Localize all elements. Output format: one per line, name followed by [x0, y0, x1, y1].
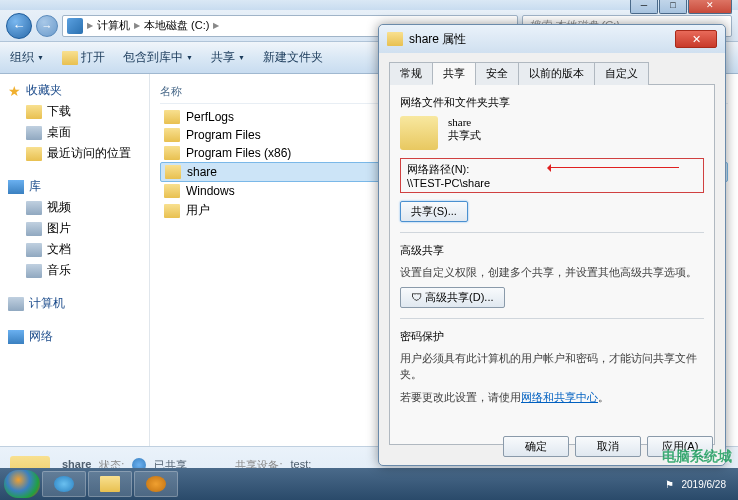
drive-icon	[67, 18, 83, 34]
taskbar-explorer[interactable]	[88, 471, 132, 497]
close-button[interactable]: ✕	[688, 0, 732, 14]
sidebar-network[interactable]: 网络	[0, 326, 149, 347]
sidebar-item-documents[interactable]: 文档	[0, 239, 149, 260]
cancel-button[interactable]: 取消	[575, 436, 641, 457]
chevron-right-icon: ▶	[213, 21, 219, 30]
password-text: 用户必须具有此计算机的用户帐户和密码，才能访问共享文件夹。	[400, 350, 704, 383]
tab-general[interactable]: 常规	[389, 62, 433, 85]
section-advanced-share: 高级共享	[400, 243, 704, 258]
sidebar-computer[interactable]: 计算机	[0, 293, 149, 314]
password-text2: 若要更改此设置，请使用网络和共享中心。	[400, 389, 704, 406]
picture-icon	[26, 222, 42, 236]
folder-icon	[164, 146, 180, 160]
sidebar-libraries[interactable]: 库	[0, 176, 149, 197]
ie-icon	[54, 476, 74, 492]
folder-icon	[62, 51, 78, 65]
minimize-button[interactable]: ─	[630, 0, 658, 14]
folder-icon	[100, 476, 120, 492]
network-path-box: 网络路径(N): \\TEST-PC\share	[400, 158, 704, 193]
annotation-arrow	[549, 167, 679, 168]
sidebar-item-music[interactable]: 音乐	[0, 260, 149, 281]
tab-security[interactable]: 安全	[475, 62, 519, 85]
netpath-value: \\TEST-PC\share	[407, 177, 697, 189]
share-state: 共享式	[448, 128, 481, 143]
advanced-share-button[interactable]: 🛡 高级共享(D)...	[400, 287, 505, 308]
tab-panel-sharing: 网络文件和文件夹共享 share 共享式 网络路径(N): \\TEST-PC\…	[389, 85, 715, 445]
library-icon	[8, 180, 24, 194]
system-tray[interactable]: ⚑ 2019/6/28	[665, 479, 735, 490]
chevron-down-icon: ▼	[186, 54, 193, 61]
chevron-right-icon: ▶	[87, 21, 93, 30]
star-icon: ★	[8, 83, 21, 99]
section-network-share: 网络文件和文件夹共享	[400, 95, 704, 110]
chevron-down-icon: ▼	[37, 54, 44, 61]
breadcrumb-computer[interactable]: 计算机	[97, 18, 130, 33]
share-menu[interactable]: 共享 ▼	[211, 49, 245, 66]
tray-date: 2019/6/28	[682, 479, 727, 490]
computer-icon	[8, 297, 24, 311]
dialog-title: share 属性	[409, 31, 466, 48]
recent-icon	[26, 147, 42, 161]
newfolder-button[interactable]: 新建文件夹	[263, 49, 323, 66]
folder-icon	[164, 204, 180, 218]
folder-icon	[164, 110, 180, 124]
chevron-right-icon: ▶	[134, 21, 140, 30]
advanced-share-text: 设置自定义权限，创建多个共享，并设置其他高级共享选项。	[400, 264, 704, 281]
folder-icon	[165, 165, 181, 179]
document-icon	[26, 243, 42, 257]
desktop-icon	[26, 126, 42, 140]
start-button[interactable]	[4, 470, 40, 498]
section-password: 密码保护	[400, 329, 704, 344]
folder-icon	[164, 128, 180, 142]
watermark: 电脑系统城	[662, 448, 732, 466]
tab-previous[interactable]: 以前的版本	[518, 62, 595, 85]
video-icon	[26, 201, 42, 215]
dialog-tabs: 常规 共享 安全 以前的版本 自定义	[389, 61, 715, 85]
ok-button[interactable]: 确定	[503, 436, 569, 457]
sidebar-item-downloads[interactable]: 下载	[0, 101, 149, 122]
sidebar-favorites[interactable]: ★收藏夹	[0, 80, 149, 101]
window-controls: ─ □ ✕	[630, 0, 732, 14]
nav-back-button[interactable]: ←	[6, 13, 32, 39]
folder-icon	[26, 105, 42, 119]
folder-icon	[164, 184, 180, 198]
dialog-close-button[interactable]: ✕	[675, 30, 717, 48]
media-icon	[146, 476, 166, 492]
nav-forward-button[interactable]: →	[36, 15, 58, 37]
tab-sharing[interactable]: 共享	[432, 62, 476, 85]
taskbar-media[interactable]	[134, 471, 178, 497]
taskbar-ie[interactable]	[42, 471, 86, 497]
sidebar-item-videos[interactable]: 视频	[0, 197, 149, 218]
sidebar: ★收藏夹 下载 桌面 最近访问的位置 库 视频 图片 文档 音乐 计算机 网络	[0, 74, 150, 446]
share-name: share	[448, 116, 481, 128]
taskbar: ⚑ 2019/6/28	[0, 468, 738, 500]
tab-custom[interactable]: 自定义	[594, 62, 649, 85]
breadcrumb-drive[interactable]: 本地磁盘 (C:)	[144, 18, 209, 33]
include-menu[interactable]: 包含到库中 ▼	[123, 49, 193, 66]
folder-icon	[387, 32, 403, 46]
folder-icon	[400, 116, 438, 150]
dialog-titlebar[interactable]: share 属性 ✕	[379, 25, 725, 53]
organize-menu[interactable]: 组织 ▼	[10, 49, 44, 66]
netpath-label: 网络路径(N):	[407, 162, 697, 177]
share-button[interactable]: 共享(S)...	[400, 201, 468, 222]
open-button[interactable]: 打开	[62, 49, 105, 66]
properties-dialog: share 属性 ✕ 常规 共享 安全 以前的版本 自定义 网络文件和文件夹共享…	[378, 24, 726, 466]
maximize-button[interactable]: □	[659, 0, 687, 14]
sidebar-item-pictures[interactable]: 图片	[0, 218, 149, 239]
network-center-link[interactable]: 网络和共享中心	[521, 391, 598, 403]
network-icon	[8, 330, 24, 344]
music-icon	[26, 264, 42, 278]
sidebar-item-recent[interactable]: 最近访问的位置	[0, 143, 149, 164]
titlebar: ─ □ ✕	[0, 0, 738, 10]
tray-flag-icon: ⚑	[665, 479, 674, 490]
chevron-down-icon: ▼	[238, 54, 245, 61]
sidebar-item-desktop[interactable]: 桌面	[0, 122, 149, 143]
